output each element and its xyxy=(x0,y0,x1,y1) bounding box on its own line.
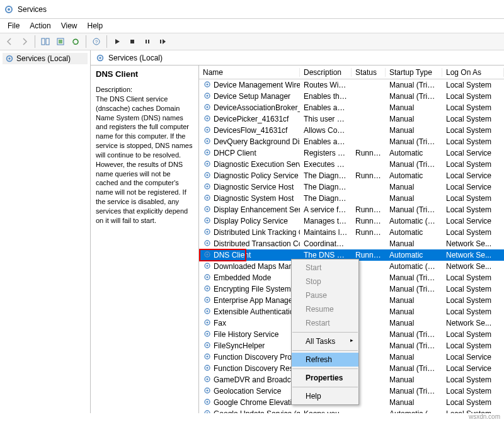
ctx-restart[interactable]: Restart xyxy=(292,316,358,330)
service-desc: Registers an... xyxy=(300,149,352,157)
gear-icon xyxy=(203,284,212,295)
service-row[interactable]: DevQuery Background Disc...Enables app..… xyxy=(199,136,504,147)
col-logon[interactable]: Log On As xyxy=(442,68,504,77)
service-row[interactable]: Diagnostic Policy ServiceThe Diagnos...R… xyxy=(199,170,504,181)
show-hide-button[interactable] xyxy=(38,35,52,48)
service-startup: Manual xyxy=(386,319,442,328)
service-status: Running xyxy=(352,171,386,180)
pause-service-button[interactable] xyxy=(140,35,154,48)
description-text: The DNS Client service (dnscache) caches… xyxy=(96,94,193,225)
svg-point-69 xyxy=(206,378,208,380)
service-name: GameDVR and Broadcas xyxy=(214,375,299,384)
service-startup: Manual xyxy=(386,398,442,407)
service-row[interactable]: DevicePicker_41631cfThis user ser...Manu… xyxy=(199,113,504,125)
menu-action[interactable]: Action xyxy=(25,20,55,32)
service-logon: Network Se... xyxy=(442,239,504,248)
services-icon xyxy=(4,4,14,14)
service-row[interactable]: Google Update Service (gup...Keeps your … xyxy=(199,408,504,413)
gear-icon xyxy=(203,250,212,261)
service-logon: Local System xyxy=(442,115,504,123)
menu-view[interactable]: View xyxy=(56,20,83,32)
forward-button[interactable] xyxy=(18,35,32,48)
svg-point-59 xyxy=(206,321,208,323)
ctx-properties[interactable]: Properties xyxy=(292,371,358,385)
service-startup: Manual xyxy=(386,296,442,305)
service-status: Running xyxy=(352,228,386,237)
gear-icon xyxy=(203,91,212,102)
service-row[interactable]: Device Setup ManagerEnables the ...Manua… xyxy=(199,91,504,102)
service-desc: Keeps your ... xyxy=(300,409,352,413)
service-row[interactable]: Distributed Transaction Coor...Coordinat… xyxy=(199,238,504,249)
gear-icon xyxy=(203,386,212,397)
col-status[interactable]: Status xyxy=(352,68,386,77)
service-row[interactable]: Device Management Wireles...Routes Wirel… xyxy=(199,79,504,91)
service-row[interactable]: Diagnostic Execution ServiceExecutes dia… xyxy=(199,159,504,170)
service-row[interactable]: Display Policy ServiceManages th...Runni… xyxy=(199,215,504,227)
col-description[interactable]: Description xyxy=(300,68,352,77)
service-desc: This user ser... xyxy=(300,115,352,123)
svg-rect-10 xyxy=(148,40,149,43)
gear-icon xyxy=(203,171,212,181)
service-desc: A service for ... xyxy=(300,205,352,214)
toolbar-sep xyxy=(35,35,35,48)
tree-node-label: Services (Local) xyxy=(16,54,71,63)
service-name: Display Enhancement Service xyxy=(214,205,300,214)
service-row[interactable]: DeviceAssociationBroker_41...Enables app… xyxy=(199,102,504,113)
service-logon: Local System xyxy=(442,205,504,214)
svg-rect-8 xyxy=(130,40,134,43)
restart-service-button[interactable] xyxy=(156,35,169,48)
gear-icon xyxy=(203,261,212,272)
service-status: Running xyxy=(352,217,386,225)
svg-point-63 xyxy=(206,344,208,346)
ctx-refresh[interactable]: Refresh xyxy=(292,353,358,367)
service-name: File History Service xyxy=(214,330,278,339)
stop-service-button[interactable] xyxy=(125,35,139,48)
col-startup[interactable]: Startup Type xyxy=(386,68,442,77)
menu-help[interactable]: Help xyxy=(83,20,108,32)
svg-point-33 xyxy=(206,174,208,176)
menu-file[interactable]: File xyxy=(3,20,25,32)
ctx-pause[interactable]: Pause xyxy=(292,288,358,302)
service-startup: Manual xyxy=(386,103,442,112)
service-logon: Local System xyxy=(442,81,504,89)
service-row[interactable]: Display Enhancement ServiceA service for… xyxy=(199,204,504,215)
svg-text:?: ? xyxy=(95,39,98,45)
service-row[interactable]: DHCP ClientRegisters an...RunningAutomat… xyxy=(199,147,504,159)
service-startup: Manual (Trigg... xyxy=(386,137,442,146)
col-name[interactable]: Name xyxy=(199,68,300,77)
ctx-stop[interactable]: Stop xyxy=(292,275,358,288)
refresh-button[interactable] xyxy=(69,35,83,48)
gear-icon xyxy=(203,182,212,193)
tree-node-services-local[interactable]: Services (Local) xyxy=(3,53,88,64)
service-row[interactable]: Diagnostic System HostThe Diagnos...Manu… xyxy=(199,193,504,204)
ctx-all-tasks[interactable]: All Tasks xyxy=(292,334,358,348)
ctx-start[interactable]: Start xyxy=(292,261,358,275)
service-logon: Local System xyxy=(442,330,504,339)
service-logon: Local Service xyxy=(442,353,504,362)
service-desc: The DNS Cli... xyxy=(300,251,352,259)
back-button[interactable] xyxy=(3,35,16,48)
description-pane: DNS Client Description: The DNS Client s… xyxy=(91,66,199,413)
svg-point-43 xyxy=(206,231,208,232)
svg-point-49 xyxy=(206,265,208,266)
services-list: Name Description Status Startup Type Log… xyxy=(199,66,504,413)
service-desc: Coordinates ... xyxy=(300,239,352,248)
svg-point-47 xyxy=(206,253,208,255)
service-row[interactable]: Distributed Link Tracking Cli...Maintain… xyxy=(199,227,504,238)
service-row[interactable]: DevicesFlow_41631cfAllows Conn...ManualL… xyxy=(199,125,504,136)
service-logon: Local System xyxy=(442,387,504,396)
svg-point-55 xyxy=(206,299,208,300)
service-name: FileSyncHelper xyxy=(214,341,265,350)
service-startup: Manual (Trigg... xyxy=(386,341,442,350)
service-row[interactable]: Diagnostic Service HostThe Diagnos...Man… xyxy=(199,181,504,193)
export-button[interactable] xyxy=(54,35,67,48)
description-label: Description: xyxy=(96,85,193,94)
ctx-resume[interactable]: Resume xyxy=(292,302,358,316)
gear-icon xyxy=(203,239,212,249)
tree-pane: Services (Local) xyxy=(0,50,91,413)
ctx-help[interactable]: Help xyxy=(292,389,358,403)
service-startup: Manual (Trigg... xyxy=(386,330,442,339)
start-service-button[interactable] xyxy=(110,35,124,48)
gear-icon xyxy=(203,125,212,136)
help-button[interactable]: ? xyxy=(89,35,103,48)
